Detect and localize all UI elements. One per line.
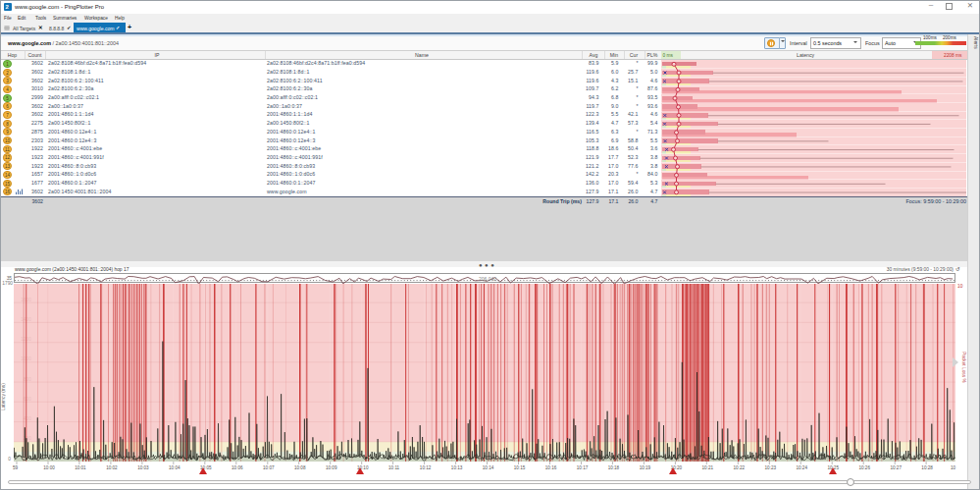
svg-text:600: 600 [24,396,32,402]
svg-text:206.042: 206.042 [479,275,496,281]
svg-text:800: 800 [24,376,32,382]
svg-text:400: 400 [24,415,32,421]
